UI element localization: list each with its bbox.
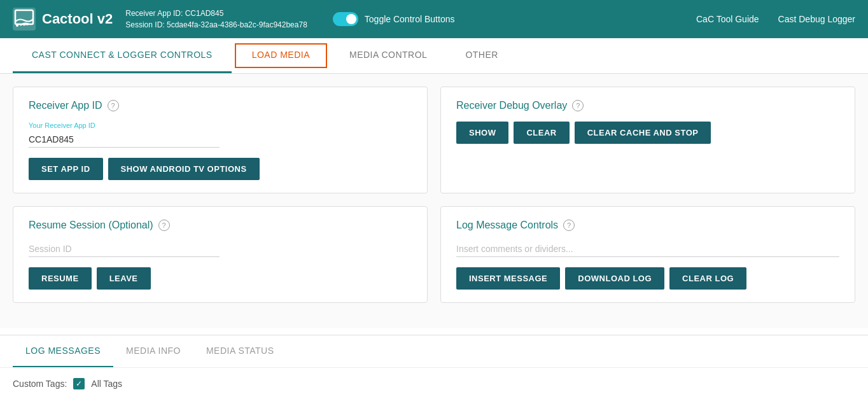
toggle-label: Toggle Control Buttons [365,14,455,24]
show-android-tv-button[interactable]: SHOW ANDROID TV OPTIONS [108,158,260,180]
clear-log-button[interactable]: CLEAR LOG [669,267,746,290]
log-message-controls-card: Log Message Controls ? INSERT MESSAGE DO… [440,206,855,303]
header-links: CaC Tool Guide Cast Debug Logger [696,14,855,24]
svg-point-2 [16,24,18,27]
log-message-help-icon[interactable]: ? [563,220,575,231]
resume-button[interactable]: RESUME [29,267,92,290]
receiver-app-input[interactable] [29,132,220,148]
clear-overlay-button[interactable]: CLEAR [514,122,569,144]
main-content: Receiver App ID ? Your Receiver App ID S… [0,74,868,328]
set-app-id-button[interactable]: SET APP ID [29,158,103,180]
cards-grid: Receiver App ID ? Your Receiver App ID S… [13,87,855,303]
all-tags-checkbox[interactable] [73,378,85,389]
log-message-input[interactable] [456,241,839,257]
session-id-input-section [29,241,412,257]
log-message-buttons: INSERT MESSAGE DOWNLOAD LOG CLEAR LOG [456,267,839,290]
tab-load-media[interactable]: LOAD MEDIA [235,43,327,68]
receiver-debug-help-icon[interactable]: ? [572,100,584,111]
receiver-app-info: Receiver App ID: CC1AD845 [125,8,307,19]
toggle-section: Toggle Control Buttons [333,12,455,26]
cac-tool-guide-link[interactable]: CaC Tool Guide [696,14,759,24]
clear-cache-stop-button[interactable]: CLEAR CACHE AND STOP [575,122,711,144]
receiver-debug-overlay-card: Receiver Debug Overlay ? SHOW CLEAR CLEA… [440,87,855,193]
tab-media-info[interactable]: MEDIA INFO [113,335,193,367]
tab-media-control[interactable]: MEDIA CONTROL [330,38,446,73]
resume-session-help-icon[interactable]: ? [158,220,170,231]
insert-message-button[interactable]: INSERT MESSAGE [456,267,560,290]
tab-log-messages[interactable]: LOG MESSAGES [13,335,113,367]
resume-session-card: Resume Session (Optional) ? RESUME LEAVE [13,206,428,303]
resume-session-buttons: RESUME LEAVE [29,267,412,290]
receiver-app-input-section: Your Receiver App ID [29,122,412,148]
receiver-app-input-label: Your Receiver App ID [29,122,412,129]
logo-text: Cactool v2 [42,11,113,27]
log-message-input-section [456,241,839,257]
tab-other[interactable]: OTHER [446,38,517,73]
logo-icon [13,8,36,31]
receiver-debug-buttons: SHOW CLEAR CLEAR CACHE AND STOP [456,122,839,144]
cast-debug-logger-link[interactable]: Cast Debug Logger [778,14,855,24]
show-overlay-button[interactable]: SHOW [456,122,508,144]
download-log-button[interactable]: DOWNLOAD LOG [565,267,664,290]
all-tags-label: All Tags [91,379,122,389]
toggle-control-buttons[interactable] [333,12,358,26]
nav-tabs: CAST CONNECT & LOGGER CONTROLS LOAD MEDI… [0,38,868,74]
receiver-app-help-icon[interactable]: ? [108,100,119,111]
session-id-input[interactable] [29,241,220,257]
app-header: Cactool v2 Receiver App ID: CC1AD845 Ses… [0,0,868,38]
receiver-debug-title: Receiver Debug Overlay ? [456,100,839,111]
bottom-tabs: LOG MESSAGES MEDIA INFO MEDIA STATUS [0,335,868,368]
receiver-app-id-title: Receiver App ID ? [29,100,412,111]
receiver-app-id-card: Receiver App ID ? Your Receiver App ID S… [13,87,428,193]
bottom-section: LOG MESSAGES MEDIA INFO MEDIA STATUS Cus… [0,335,868,399]
log-message-title: Log Message Controls ? [456,220,839,231]
custom-tags-section: Custom Tags: All Tags [0,368,868,399]
header-info: Receiver App ID: CC1AD845 Session ID: 5c… [125,8,307,31]
tab-cast-connect[interactable]: CAST CONNECT & LOGGER CONTROLS [13,38,232,73]
leave-button[interactable]: LEAVE [97,267,151,290]
resume-session-title: Resume Session (Optional) ? [29,220,412,231]
tab-media-status[interactable]: MEDIA STATUS [193,335,287,367]
logo: Cactool v2 [13,8,113,31]
session-info: Session ID: 5cdae4fa-32aa-4386-ba2c-9fac… [125,19,307,31]
custom-tags-label: Custom Tags: [13,379,67,389]
receiver-app-buttons: SET APP ID SHOW ANDROID TV OPTIONS [29,158,412,180]
